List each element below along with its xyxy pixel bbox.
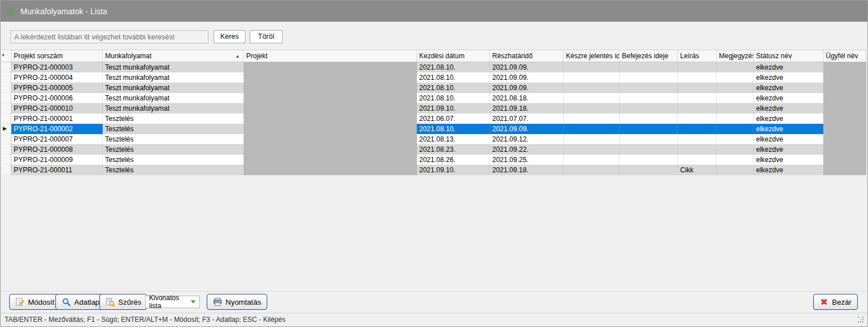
cell-keszre_jelentes[interactable] xyxy=(564,62,620,72)
cell-megjegyzes[interactable] xyxy=(717,134,754,144)
modify-button[interactable]: Módosít xyxy=(9,294,61,310)
column-header-munkafolyamat[interactable]: Munkafolyamat▲ xyxy=(103,50,244,62)
cell-megjegyzes[interactable] xyxy=(717,72,754,83)
cell-megjegyzes[interactable] xyxy=(717,144,754,155)
cell-megjegyzes[interactable] xyxy=(717,93,754,103)
cell-keszre_jelentes[interactable] xyxy=(564,83,620,93)
cell-projekt[interactable] xyxy=(244,134,417,144)
cell-befejezes_ideje[interactable] xyxy=(620,103,678,114)
row-indicator-cell[interactable] xyxy=(2,155,11,165)
row-indicator-cell[interactable] xyxy=(2,165,11,175)
cell-projekt_sorszam[interactable]: PYPRO-21-000001 xyxy=(11,114,103,124)
cell-keszre_jelentes[interactable] xyxy=(564,124,620,134)
cell-leiras[interactable] xyxy=(678,103,717,114)
cell-ugyfel_nev[interactable] xyxy=(823,155,866,165)
cell-leiras[interactable] xyxy=(678,144,717,155)
cell-projekt_sorszam[interactable]: PYPRO-21-000011 xyxy=(11,165,103,175)
table-row[interactable]: PYPRO-21-000003Teszt munkafolyamat2021.0… xyxy=(2,62,866,72)
cell-projekt[interactable] xyxy=(244,114,417,124)
column-header-reszhatarido[interactable]: Részhatáridő xyxy=(490,50,564,62)
cell-munkafolyamat[interactable]: Teszt munkafolyamat xyxy=(103,72,244,83)
cell-munkafolyamat[interactable]: Teszt munkafolyamat xyxy=(103,83,244,93)
cell-befejezes_ideje[interactable] xyxy=(620,83,678,93)
row-indicator-cell[interactable] xyxy=(2,62,11,72)
cell-keszre_jelentes[interactable] xyxy=(564,72,620,83)
cell-ugyfel_nev[interactable] xyxy=(823,83,866,93)
column-header-leiras[interactable]: Leírás xyxy=(678,50,717,62)
table-row[interactable]: PYPRO-21-000010Teszt munkafolyamat2021.0… xyxy=(2,103,866,114)
cell-reszhatarido[interactable]: 2021.09.25. xyxy=(490,155,564,165)
cell-projekt_sorszam[interactable]: PYPRO-21-000008 xyxy=(11,144,103,155)
cell-projekt_sorszam[interactable]: PYPRO-21-000003 xyxy=(11,62,103,72)
cell-megjegyzes[interactable] xyxy=(717,155,754,165)
cell-kezdesi_datum[interactable]: 2021.06.07. xyxy=(417,114,490,124)
cell-statusz_nev[interactable]: elkezdve xyxy=(754,144,823,155)
cell-reszhatarido[interactable]: 2021.09.22. xyxy=(490,144,564,155)
cell-kezdesi_datum[interactable]: 2021.09.10. xyxy=(417,103,490,114)
cell-reszhatarido[interactable]: 2021.09.18. xyxy=(490,165,564,175)
cell-projekt_sorszam[interactable]: PYPRO-21-000006 xyxy=(11,93,103,103)
cell-leiras[interactable] xyxy=(678,134,717,144)
filter-button[interactable]: Szűrés xyxy=(99,294,147,310)
cell-munkafolyamat[interactable]: Teszt munkafolyamat xyxy=(103,103,244,114)
cell-reszhatarido[interactable]: 2021.09.12. xyxy=(490,134,564,144)
cell-projekt_sorszam[interactable]: PYPRO-21-000007 xyxy=(11,134,103,144)
row-indicator-cell[interactable] xyxy=(2,93,11,103)
cell-projekt[interactable] xyxy=(244,83,417,93)
cell-befejezes_ideje[interactable] xyxy=(620,134,678,144)
cell-projekt[interactable] xyxy=(244,124,417,134)
cell-kezdesi_datum[interactable]: 2021.08.26. xyxy=(417,155,490,165)
cell-ugyfel_nev[interactable] xyxy=(823,72,866,83)
cell-befejezes_ideje[interactable] xyxy=(620,155,678,165)
cell-ugyfel_nev[interactable] xyxy=(823,144,866,155)
cell-munkafolyamat[interactable]: Tesztelés xyxy=(103,134,244,144)
cell-reszhatarido[interactable]: 2021.08.18. xyxy=(490,93,564,103)
cell-keszre_jelentes[interactable] xyxy=(564,114,620,124)
table-row[interactable]: PYPRO-21-000006Teszt munkafolyamat2021.0… xyxy=(2,93,866,103)
cell-projekt_sorszam[interactable]: PYPRO-21-000002 xyxy=(11,124,103,134)
cell-kezdesi_datum[interactable]: 2021.08.10. xyxy=(417,93,490,103)
cell-ugyfel_nev[interactable] xyxy=(823,93,866,103)
cell-megjegyzes[interactable] xyxy=(717,62,754,72)
cell-ugyfel_nev[interactable] xyxy=(823,165,866,175)
titlebar[interactable]: Munkafolyamatok - Lista xyxy=(1,1,867,22)
print-button[interactable]: Nyomtatás xyxy=(207,294,267,310)
cell-megjegyzes[interactable] xyxy=(717,124,754,134)
cell-befejezes_ideje[interactable] xyxy=(620,124,678,134)
cell-statusz_nev[interactable]: elkezdve xyxy=(754,134,823,144)
cell-megjegyzes[interactable] xyxy=(717,114,754,124)
cell-befejezes_ideje[interactable] xyxy=(620,93,678,103)
table-row[interactable]: PYPRO-21-000011Tesztelés2021.09.10.2021.… xyxy=(2,165,866,175)
cell-reszhatarido[interactable]: 2021.09.09. xyxy=(490,83,564,93)
cell-statusz_nev[interactable]: elkezdve xyxy=(754,93,823,103)
cell-kezdesi_datum[interactable]: 2021.08.10. xyxy=(417,62,490,72)
cell-leiras[interactable] xyxy=(678,93,717,103)
cell-munkafolyamat[interactable]: Tesztelés xyxy=(103,114,244,124)
cell-munkafolyamat[interactable]: Tesztelés xyxy=(103,155,244,165)
cell-keszre_jelentes[interactable] xyxy=(564,155,620,165)
cell-reszhatarido[interactable]: 2021.09.18. xyxy=(490,103,564,114)
cell-keszre_jelentes[interactable] xyxy=(564,103,620,114)
cell-reszhatarido[interactable]: 2021.09.09. xyxy=(490,124,564,134)
cell-munkafolyamat[interactable]: Teszt munkafolyamat xyxy=(103,93,244,103)
cell-reszhatarido[interactable]: 2021.09.09. xyxy=(490,62,564,72)
column-header-projekt[interactable]: Projekt xyxy=(244,50,417,62)
cell-leiras[interactable] xyxy=(678,62,717,72)
datasheet-button[interactable]: Adatlap xyxy=(55,294,106,310)
column-header-kezdesi_datum[interactable]: Kezdési dátum xyxy=(417,50,490,62)
cell-projekt_sorszam[interactable]: PYPRO-21-000005 xyxy=(11,83,103,93)
cell-leiras[interactable] xyxy=(678,72,717,83)
row-indicator-cell[interactable] xyxy=(2,114,11,124)
cell-munkafolyamat[interactable]: Tesztelés xyxy=(103,165,244,175)
cell-megjegyzes[interactable] xyxy=(717,103,754,114)
cell-befejezes_ideje[interactable] xyxy=(620,72,678,83)
cell-reszhatarido[interactable]: 2021.09.09. xyxy=(490,72,564,83)
column-header-befejezes_ideje[interactable]: Befejezés ideje xyxy=(620,50,678,62)
cell-keszre_jelentes[interactable] xyxy=(564,93,620,103)
cell-projekt[interactable] xyxy=(244,144,417,155)
row-indicator-cell[interactable] xyxy=(2,72,11,83)
column-header-ugyfel_nev[interactable]: Ügyfél név xyxy=(823,50,866,62)
cell-ugyfel_nev[interactable] xyxy=(823,62,866,72)
cell-kezdesi_datum[interactable]: 2021.09.10. xyxy=(417,165,490,175)
cell-befejezes_ideje[interactable] xyxy=(620,114,678,124)
